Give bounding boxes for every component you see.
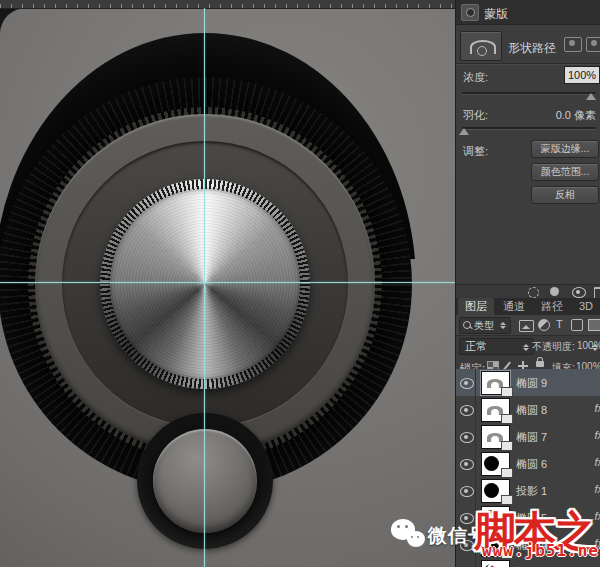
- density-slider[interactable]: [462, 92, 596, 94]
- horizontal-guide[interactable]: [0, 282, 455, 283]
- vertical-guide[interactable]: [204, 8, 205, 567]
- mask-panel-icon: [461, 4, 479, 21]
- type-layer-filter-icon[interactable]: T: [556, 318, 563, 330]
- tab-通道[interactable]: 通道: [496, 298, 532, 315]
- layer-effects-fx-badge[interactable]: fx: [594, 537, 600, 549]
- kind-filter-label: 类型: [474, 319, 494, 333]
- layer-visibility-eye-icon[interactable]: [460, 486, 474, 497]
- layer-name[interactable]: 椭圆 6: [516, 457, 547, 472]
- divider: [475, 558, 476, 567]
- density-slider-thumb[interactable]: [586, 93, 596, 100]
- color-range-button[interactable]: 颜色范围...: [531, 163, 599, 181]
- masks-panel: 蒙版 形状路径 浓度: 100% 羽化: 0.0 像素 调整: 蒙版边缘... …: [455, 0, 600, 298]
- layer-thumbnail[interactable]: [481, 371, 510, 395]
- feather-value[interactable]: 0.0 像素: [556, 108, 596, 123]
- search-icon: [463, 321, 471, 329]
- tab-图层[interactable]: 图层: [458, 298, 494, 315]
- layer-row[interactable]: 椭圆 9: [456, 369, 600, 397]
- masks-panel-bottombar: [456, 284, 600, 299]
- divider: [475, 531, 476, 558]
- masks-panel-tabbar: 蒙版: [456, 0, 600, 25]
- adjust-label: 调整:: [463, 144, 488, 159]
- layer-effects-fx-badge[interactable]: fx: [594, 456, 600, 468]
- divider: [475, 477, 476, 504]
- layer-name[interactable]: 椭圆 8: [516, 403, 547, 418]
- feather-slider[interactable]: [462, 127, 596, 129]
- black-circle-shape: [484, 510, 499, 525]
- density-value-field[interactable]: 100%: [564, 66, 600, 84]
- divider: [456, 63, 600, 64]
- pixel-layer-filter-icon[interactable]: [519, 320, 534, 332]
- layer-visibility-eye-icon[interactable]: [460, 378, 474, 389]
- layer-thumbnail[interactable]: [481, 479, 510, 503]
- add-pixel-mask-icon[interactable]: [564, 37, 582, 52]
- layer-visibility-eye-icon[interactable]: [460, 540, 474, 551]
- adjustment-layer-filter-icon[interactable]: [538, 319, 550, 331]
- divider: [475, 450, 476, 477]
- shape-layer-filter-icon[interactable]: [571, 319, 583, 331]
- knob-metal-face: [110, 189, 300, 379]
- tab-路径[interactable]: 路径: [534, 298, 570, 315]
- layer-thumbnail[interactable]: [481, 533, 510, 557]
- horizontal-ruler[interactable]: [0, 0, 455, 9]
- layer-thumbnail[interactable]: [481, 560, 510, 567]
- layer-row[interactable]: 椭圆 8fx: [456, 396, 600, 424]
- layer-name[interactable]: 椭圆 9: [516, 376, 547, 391]
- layer-effects-fx-badge[interactable]: fx: [594, 429, 600, 441]
- layer-name[interactable]: 椭圆 4: [516, 538, 547, 553]
- ruler-ticks: [0, 4, 455, 8]
- layer-thumbnail[interactable]: [481, 506, 510, 530]
- small-round-button[interactable]: [153, 429, 257, 533]
- invert-button[interactable]: 反相: [531, 186, 599, 204]
- add-vector-mask-icon[interactable]: [586, 37, 600, 52]
- mask-kind-label: 形状路径: [508, 40, 556, 57]
- metal-knob[interactable]: [100, 179, 310, 389]
- layer-visibility-eye-icon[interactable]: [460, 405, 474, 416]
- mask-thumbnail-button[interactable]: [460, 31, 502, 61]
- apply-mask-icon[interactable]: [550, 287, 559, 296]
- density-label: 浓度:: [463, 70, 488, 85]
- blend-mode-value: 正常: [465, 340, 487, 352]
- tab-3D[interactable]: 3D: [572, 298, 600, 315]
- blend-mode-row: 正常 不透明度: 100%: [456, 336, 600, 356]
- layer-row[interactable]: 椭圆 3: [456, 558, 600, 567]
- canvas-area[interactable]: [0, 0, 455, 567]
- shape-path-icon: [470, 40, 496, 54]
- layer-row[interactable]: 投影 1fx: [456, 477, 600, 505]
- feather-label: 羽化:: [463, 108, 488, 123]
- layer-thumbnail[interactable]: [481, 425, 510, 449]
- smart-object-filter-icon[interactable]: [588, 319, 600, 331]
- layers-panel: 图层通道路径3D 类型 T 正常 不透明度: 100% 锁定:: [455, 298, 600, 567]
- layer-row[interactable]: 椭圆 5fx: [456, 504, 600, 532]
- divider: [475, 423, 476, 450]
- layer-visibility-eye-icon[interactable]: [460, 459, 474, 470]
- layer-name[interactable]: 投影 1: [516, 484, 547, 499]
- load-selection-icon[interactable]: [528, 287, 539, 298]
- black-circle-shape: [484, 456, 499, 471]
- layer-visibility-eye-icon[interactable]: [460, 513, 474, 524]
- layer-name[interactable]: 椭圆 7: [516, 430, 547, 445]
- layer-row[interactable]: 椭圆 4fx: [456, 531, 600, 559]
- layers-panel-tabbar: 图层通道路径3D: [456, 298, 600, 315]
- layer-visibility-eye-icon[interactable]: [460, 432, 474, 443]
- layer-effects-fx-badge[interactable]: fx: [594, 402, 600, 414]
- lock-all-icon[interactable]: [536, 361, 544, 367]
- blend-mode-combo[interactable]: 正常: [459, 338, 534, 355]
- layer-effects-fx-badge[interactable]: fx: [594, 483, 600, 495]
- layer-name[interactable]: 椭圆 5: [516, 511, 547, 526]
- disable-mask-eye-icon[interactable]: [572, 287, 586, 298]
- mask-edge-button[interactable]: 蒙版边缘...: [531, 140, 599, 158]
- layer-row[interactable]: 椭圆 7fx: [456, 423, 600, 451]
- layer-row[interactable]: 椭圆 6fx: [456, 450, 600, 478]
- layer-effects-fx-badge[interactable]: fx: [594, 510, 600, 522]
- layer-list: 椭圆 9椭圆 8fx椭圆 7fx椭圆 6fx投影 1fx椭圆 5fx椭圆 4fx…: [456, 369, 600, 567]
- feather-slider-thumb[interactable]: [459, 128, 469, 135]
- kind-filter-combo[interactable]: 类型: [459, 317, 511, 334]
- black-circle-shape: [484, 483, 499, 498]
- layer-thumbnail[interactable]: [481, 398, 510, 422]
- masks-panel-tab[interactable]: 蒙版: [484, 6, 508, 23]
- opacity-label: 不透明度:: [532, 340, 575, 354]
- divider: [475, 369, 476, 396]
- black-circle-shape: [484, 537, 499, 552]
- layer-thumbnail[interactable]: [481, 452, 510, 476]
